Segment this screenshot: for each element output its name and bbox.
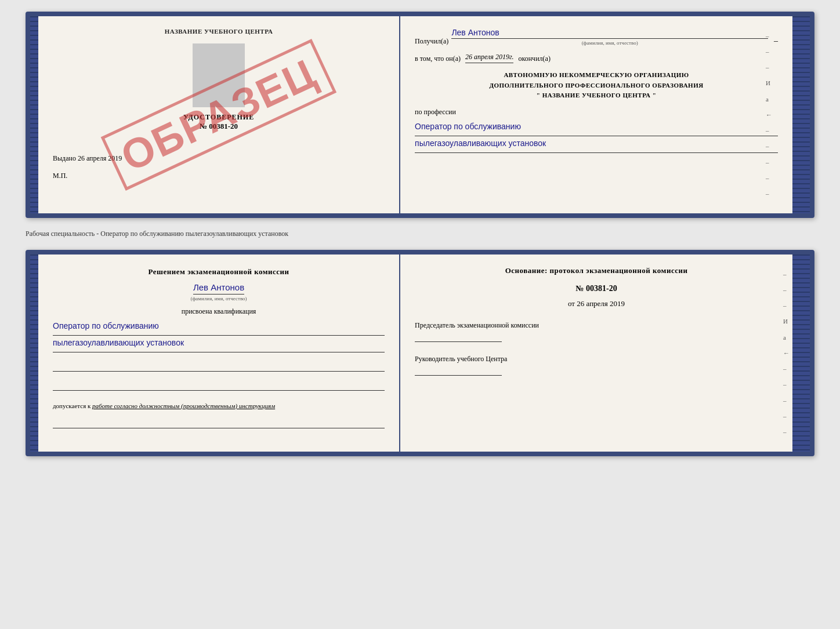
profession-label: по профессии [415, 108, 778, 117]
rukovoditel-label: Руководитель учебного Центра [415, 354, 778, 364]
date-line: в том, что он(а) 26 апреля 2019г. окончи… [415, 53, 778, 63]
bottom-qualification-block: Оператор по обслуживанию пылегазоулавлив… [53, 319, 385, 352]
ot-date-value: 26 апреля 2019 [577, 299, 625, 308]
qual-line1: Оператор по обслуживанию [53, 319, 385, 336]
spine-right-top [792, 16, 810, 213]
mp-line: М.П. [53, 172, 385, 180]
received-line: Получил(а) Лев Антонов (фамилия, имя, от… [415, 28, 778, 46]
udost-number: № 00381-20 [53, 122, 385, 131]
document-wrapper: НАЗВАНИЕ УЧЕБНОГО ЦЕНТРА УДОСТОВЕРЕНИЕ №… [26, 12, 814, 456]
predsedatel-block: Председатель экзаменационной комиссии [415, 320, 778, 345]
допускается-label: допускается к [53, 402, 90, 409]
osnov-text: Основание: протокол экзаменационной коми… [415, 266, 778, 275]
spine-left [30, 16, 38, 213]
ot-label: от [568, 299, 575, 308]
fio-label-top: (фамилия, имя, отчество) [451, 40, 768, 46]
org-line1: АВТОНОМНУЮ НЕКОММЕРЧЕСКУЮ ОРГАНИЗАЦИЮ [415, 70, 778, 81]
date-value: 26 апреля 2019г. [465, 53, 513, 63]
qual-line2: пылегазоулавливающих установок [53, 336, 385, 352]
допускается-text: работе согласно должностным (производств… [92, 402, 275, 409]
middle-specialty-text: Рабочая специальность - Оператор по обсл… [26, 225, 814, 243]
bottom-fio-label: (фамилия, имя, отчество) [53, 296, 385, 301]
bottom-right-page: Основание: протокол экзаменационной коми… [400, 254, 792, 452]
spine-left-bottom [30, 254, 38, 452]
допускается-block: допускается к работе согласно должностны… [53, 402, 385, 409]
sig-line-2 [53, 376, 385, 391]
vydano-date: 26 апреля 2019 [78, 154, 122, 162]
predsedatel-sig-line [415, 330, 502, 342]
rukovoditel-block: Руководитель учебного Центра [415, 354, 778, 379]
sig-line-3 [53, 414, 385, 428]
predsedatel-label: Председатель экзаменационной комиссии [415, 320, 778, 330]
prisvoena-label: присвоена квалификация [53, 307, 385, 316]
mp-label: М.П. [53, 172, 67, 180]
profession-line2: пылегазоулавливающих установок [415, 136, 778, 153]
bottom-person-name: Лев Антонов [193, 282, 244, 294]
vtom-label: в том, что он(а) [415, 54, 461, 63]
spine-right-bottom [792, 254, 810, 452]
profession-block: по профессии Оператор по обслуживанию пы… [415, 108, 778, 153]
right-margin-bottom: – – – И а ← – – – – – [783, 254, 790, 452]
vydano-line: Выдано 26 апреля 2019 [53, 154, 385, 163]
top-right-page: Получил(а) Лев Антонов (фамилия, имя, от… [400, 16, 792, 213]
vydano-label: Выдано [53, 154, 76, 162]
person-block: Лев Антонов (фамилия, имя, отчество) [53, 282, 385, 301]
right-margin: – – – И а ← – – – – – [766, 16, 772, 213]
profession-line1: Оператор по обслуживанию [415, 119, 778, 136]
ot-date-line: от 26 апреля 2019 [415, 299, 778, 308]
org-line3: " НАЗВАНИЕ УЧЕБНОГО ЦЕНТРА " [415, 90, 778, 101]
bottom-certificate-book: Решением экзаменационной комиссии Лев Ан… [26, 250, 814, 456]
top-left-page: НАЗВАНИЕ УЧЕБНОГО ЦЕНТРА УДОСТОВЕРЕНИЕ №… [38, 16, 400, 213]
dash-top: – [774, 37, 778, 46]
udost-block: УДОСТОВЕРЕНИЕ № 00381-20 [53, 113, 385, 131]
received-name: Лев Антонов [451, 28, 768, 39]
bottom-left-page: Решением экзаменационной комиссии Лев Ан… [38, 254, 400, 452]
rukovoditel-sig-line [415, 364, 502, 376]
org-block: АВТОНОМНУЮ НЕКОММЕРЧЕСКУЮ ОРГАНИЗАЦИЮ ДО… [415, 70, 778, 101]
left-header-title: НАЗВАНИЕ УЧЕБНОГО ЦЕНТРА [53, 28, 385, 35]
udost-title: УДОСТОВЕРЕНИЕ [53, 113, 385, 122]
received-label: Получил(а) [415, 37, 448, 46]
org-line2: ДОПОЛНИТЕЛЬНОГО ПРОФЕССИОНАЛЬНОГО ОБРАЗО… [415, 81, 778, 91]
top-certificate-book: НАЗВАНИЕ УЧЕБНОГО ЦЕНТРА УДОСТОВЕРЕНИЕ №… [26, 12, 814, 218]
sig-line-1 [53, 357, 385, 372]
komissia-text: Решением экзаменационной комиссии [53, 266, 385, 278]
protocol-number: № 00381-20 [415, 284, 778, 293]
okonchil-label: окончил(а) [518, 54, 550, 63]
photo-placeholder [193, 43, 245, 107]
